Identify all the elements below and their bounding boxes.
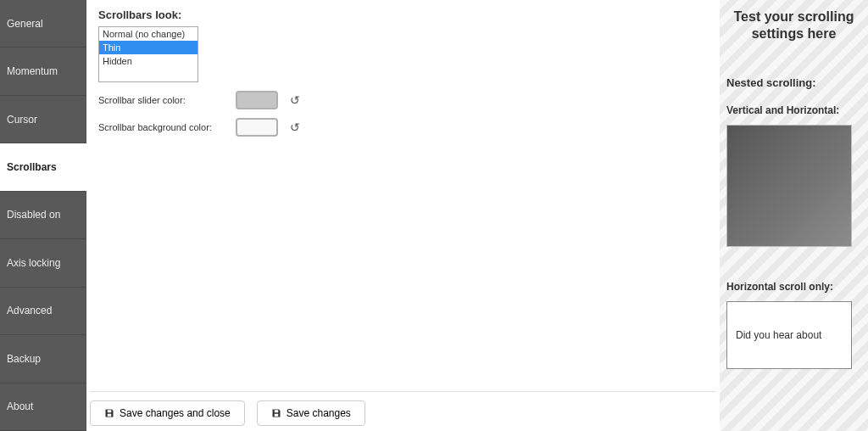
sidebar-item-label: Axis locking <box>7 257 60 269</box>
sidebar-item-label: General <box>7 18 43 30</box>
sidebar-item-scrollbars[interactable]: Scrollbars <box>0 143 86 191</box>
sidebar-item-cursor[interactable]: Cursor <box>0 96 86 143</box>
bg-color-label: Scrollbar background color: <box>98 122 227 132</box>
nested-scrolling-title: Nested scrolling: <box>726 76 861 89</box>
sidebar-item-label: Momentum <box>7 65 58 77</box>
sidebar-item-label: Advanced <box>7 305 52 316</box>
vh-label: Vertical and Horizontal: <box>726 104 861 116</box>
undo-icon: ↺ <box>290 120 300 134</box>
sidebar: General Momentum Cursor Scrollbars Disab… <box>0 0 86 431</box>
sidebar-item-label: Backup <box>7 353 41 365</box>
sidebar-item-axis-locking[interactable]: Axis locking <box>0 239 86 287</box>
button-label: Save changes and close <box>120 407 231 419</box>
listbox-option-hidden[interactable]: Hidden <box>99 54 198 68</box>
sidebar-item-label: About <box>7 400 33 412</box>
button-label: Save changes <box>287 407 351 419</box>
horizontal-text: Did you hear about <box>736 329 821 341</box>
save-icon <box>271 408 281 418</box>
section-title: Scrollbars look: <box>98 8 708 21</box>
sidebar-item-disabled-on[interactable]: Disabled on <box>0 192 86 239</box>
sidebar-item-label: Disabled on <box>7 209 60 221</box>
test-panel-title: Test your scrolling settings here <box>726 8 861 42</box>
save-close-button[interactable]: Save changes and close <box>90 400 245 426</box>
slider-color-label: Scrollbar slider color: <box>98 95 227 105</box>
sidebar-item-advanced[interactable]: Advanced <box>0 288 86 335</box>
main-content: Scrollbars look: Normal (no change) Thin… <box>86 0 720 431</box>
sidebar-item-momentum[interactable]: Momentum <box>0 48 86 95</box>
sidebar-item-general[interactable]: General <box>0 0 86 48</box>
sidebar-item-label: Scrollbars <box>7 161 57 173</box>
save-icon <box>104 408 114 418</box>
nested-scroll-box[interactable] <box>726 125 852 247</box>
undo-icon: ↺ <box>290 93 300 107</box>
horizontal-scroll-box[interactable]: Did you hear about <box>726 301 852 369</box>
sidebar-item-about[interactable]: About <box>0 383 86 431</box>
reset-slider-color-button[interactable]: ↺ <box>287 92 303 109</box>
slider-color-swatch[interactable] <box>236 91 278 109</box>
listbox-option-thin[interactable]: Thin <box>99 41 198 54</box>
sidebar-item-label: Cursor <box>7 114 37 126</box>
listbox-option-normal[interactable]: Normal (no change) <box>99 27 198 41</box>
save-button[interactable]: Save changes <box>257 400 365 426</box>
footer: Save changes and close Save changes <box>90 391 716 426</box>
reset-bg-color-button[interactable]: ↺ <box>287 119 303 136</box>
sidebar-item-backup[interactable]: Backup <box>0 335 86 383</box>
bg-color-swatch[interactable] <box>236 118 278 137</box>
h-label: Horizontal scroll only: <box>726 281 861 293</box>
nested-scroll-content <box>727 126 852 247</box>
test-panel: Test your scrolling settings here Nested… <box>720 0 868 431</box>
scrollbars-look-listbox[interactable]: Normal (no change) Thin Hidden <box>98 26 198 82</box>
